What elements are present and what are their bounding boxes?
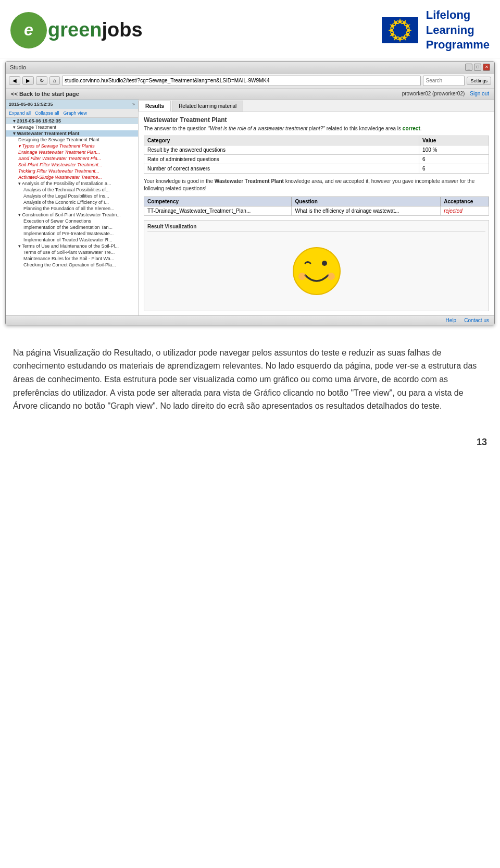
back-to-start[interactable]: << Back to the start page — [11, 91, 79, 97]
sidebar-item-checking[interactable]: Checking the Correct Operation of Soil-P… — [6, 262, 138, 268]
viz-title: Result Visualization — [147, 224, 485, 231]
result-message: Your knowledge is good in the Wastewater… — [144, 178, 489, 192]
sidebar-item-terms-use[interactable]: Terms of use of Soil-Plant Wastewater Tr… — [6, 249, 138, 255]
help-link[interactable]: Help — [446, 317, 457, 323]
sidebar-item-sedimentation[interactable]: Implementation of the Sedimentation Tan.… — [6, 224, 138, 230]
sidebar-item-planning[interactable]: Planning the Foundation of all the Eleme… — [6, 205, 138, 212]
col-value: Value — [419, 136, 489, 145]
sidebar-item-drainage[interactable]: Drainage Wastewater Treatment Plan... — [6, 149, 138, 155]
browser-footer: Help Contact us — [6, 315, 494, 325]
close-button[interactable]: ✕ — [483, 64, 490, 71]
sidebar-item-treated[interactable]: Implementation of Treated Wastewater R..… — [6, 237, 138, 243]
app-container: << Back to the start page proworker02 (p… — [6, 89, 494, 325]
sidebar-item-soilplant[interactable]: Soil-Plant Filter Wastewater Treatment..… — [6, 162, 138, 168]
browser-titlebar: Studio _ □ ✕ — [6, 62, 494, 74]
smiley-icon — [291, 245, 343, 297]
page-header: e greenjobs Li — [0, 0, 500, 58]
eu-flag-icon — [382, 17, 418, 43]
svg-point-16 — [328, 273, 335, 280]
sidebar: 2015-05-06 15:52:35 » Expand all Collaps… — [6, 100, 139, 315]
sidebar-item-technical[interactable]: Analysis of the Technical Possibilities … — [6, 187, 138, 193]
browser-controls[interactable]: _ □ ✕ — [465, 64, 490, 71]
sidebar-item-maintenance[interactable]: Maintenance Rules for the Soil - Plant W… — [6, 255, 138, 262]
result-question: The answer to the question "What is the … — [144, 126, 489, 131]
user-info: proworker02 (proworker02) — [402, 91, 465, 96]
maximize-button[interactable]: □ — [474, 64, 481, 71]
settings-button[interactable]: Settings — [467, 77, 491, 85]
app-content: 2015-05-06 15:52:35 » Expand all Collaps… — [6, 100, 494, 315]
sign-out-button[interactable]: Sign out — [470, 91, 489, 96]
svg-point-14 — [322, 261, 327, 266]
browser-toolbar: ◀ ▶ ↻ ⌂ Settings — [6, 74, 494, 89]
tabs-bar: Results Related learning material — [139, 100, 494, 112]
tab-results[interactable]: Results — [139, 101, 171, 112]
sidebar-item-sewer[interactable]: Execution of Sewer Connections — [6, 218, 138, 224]
sidebar-item-sand[interactable]: Sand Filter Wastewater Treatment Pla... — [6, 155, 138, 162]
logo-text: greenjobs — [48, 19, 143, 41]
main-content: Results Related learning material Wastew… — [139, 100, 494, 315]
logo-e-icon: e — [10, 12, 47, 48]
svg-point-15 — [298, 273, 306, 280]
col-competency: Competency — [144, 197, 292, 206]
table-row: TT-Drainage_Wastewater_Treatment_Plan...… — [144, 206, 489, 215]
sidebar-item-analysis[interactable]: ▾ Analysis of the Possibility of Install… — [6, 180, 138, 187]
lifelong-text: Lifelong Learning Programme — [426, 8, 490, 53]
col-acceptance: Acceptance — [441, 197, 489, 206]
svg-point-13 — [293, 248, 340, 295]
sidebar-date2: ▾ 2015-05-06 15:52:35 — [6, 118, 138, 124]
search-input[interactable] — [423, 76, 465, 86]
table-row: Result by the answered questions 100 % — [144, 145, 489, 154]
body-paragraph-1: Na página Visualização do Resultado, o u… — [13, 346, 487, 413]
result-table: Category Value Result by the answered qu… — [144, 136, 489, 174]
sidebar-toggle-icon[interactable]: » — [132, 102, 135, 107]
result-content: Wastewater Treatment Plant The answer to… — [139, 112, 494, 315]
browser-title: Studio — [10, 64, 26, 70]
home-button[interactable]: ⌂ — [49, 76, 60, 85]
minimize-button[interactable]: _ — [465, 64, 472, 71]
col-category: Category — [144, 136, 419, 145]
graph-view-button[interactable]: Graph view — [64, 111, 88, 116]
sidebar-item-designing[interactable]: Designing the Sewage Treatment Plant — [6, 137, 138, 143]
sidebar-date: 2015-05-06 15:52:35 — [9, 102, 53, 107]
sidebar-item-construction[interactable]: ▾ Construction of Soil-Plant Wastewater … — [6, 212, 138, 218]
table-row: Rate of administered questions 6 — [144, 154, 489, 164]
sidebar-item-legal[interactable]: Analysis of the Legal Possibilities of I… — [6, 193, 138, 199]
expand-all-button[interactable]: Expand all — [9, 111, 31, 116]
contact-link[interactable]: Contact us — [464, 317, 489, 323]
tab-related-learning[interactable]: Related learning material — [172, 101, 243, 112]
back-button[interactable]: ◀ — [9, 76, 20, 85]
forward-button[interactable]: ▶ — [22, 76, 34, 85]
sidebar-header: 2015-05-06 15:52:35 » — [6, 100, 138, 109]
sidebar-item-types[interactable]: ▾ Types of Sewage Treatment Plants — [6, 143, 138, 149]
body-text: Na página Visualização do Resultado, o u… — [0, 331, 500, 432]
competency-table: Competency Question Acceptance TT-Draina… — [144, 197, 489, 216]
address-bar[interactable] — [62, 76, 421, 86]
user-area: proworker02 (proworker02) Sign out — [402, 91, 489, 96]
refresh-button[interactable]: ↻ — [36, 76, 47, 85]
browser-window: Studio _ □ ✕ ◀ ▶ ↻ ⌂ Settings << Back to… — [5, 61, 495, 325]
sidebar-item-terms[interactable]: ▾ Terms of Use and Maintenance of the So… — [6, 243, 138, 249]
sidebar-item-sewage[interactable]: ▾ Sewage Treatment — [6, 124, 138, 130]
app-topbar: << Back to the start page proworker02 (p… — [6, 89, 494, 100]
table-row: Number of correct answers 6 — [144, 164, 489, 173]
result-title: Wastewater Treatment Plant — [144, 116, 489, 124]
sidebar-item-wastewater[interactable]: ▾ Wastewater Treatment Plant — [6, 130, 138, 137]
collapse-all-button[interactable]: Collapse all — [35, 111, 59, 116]
sidebar-item-economic[interactable]: Analysis of the Economic Efficiency of I… — [6, 199, 138, 205]
greenjobs-logo: e greenjobs — [10, 12, 143, 48]
col-question: Question — [292, 197, 441, 206]
eu-logo-area: Lifelong Learning Programme — [382, 8, 490, 53]
sidebar-item-pretreated[interactable]: Implementation of Pre-treated Wastewate.… — [6, 230, 138, 237]
sidebar-item-trickling[interactable]: Trickling Filter Wastewater Treatment... — [6, 168, 138, 174]
sidebar-controls: Expand all Collapse all Graph view — [6, 109, 138, 118]
page-number: 13 — [0, 432, 500, 458]
smiley-container — [147, 235, 485, 308]
sidebar-item-activated[interactable]: Activated-Sludge Wastewater Treatme... — [6, 174, 138, 180]
visualization-section: Result Visualization — [144, 220, 489, 311]
